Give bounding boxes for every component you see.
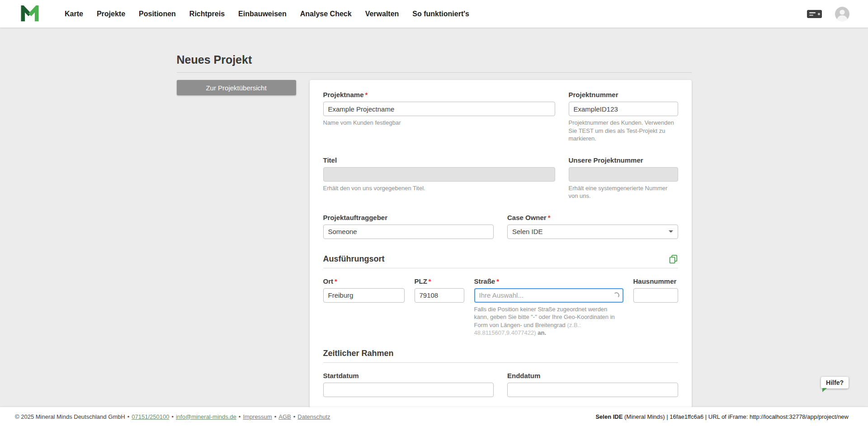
field-case-owner: Case Owner* Selen IDE bbox=[507, 214, 678, 239]
required-marker: * bbox=[429, 277, 431, 285]
section-zeitlicher-rahmen-header: Zeitlicher Rahmen bbox=[323, 349, 678, 358]
projektname-label: Projektname* bbox=[323, 91, 555, 98]
chevron-down-icon bbox=[669, 230, 673, 233]
navbar: Karte Projekte Positionen Richtpreis Ein… bbox=[0, 0, 868, 28]
phone-link[interactable]: 07151/250100 bbox=[132, 413, 169, 420]
case-owner-select[interactable]: Selen IDE bbox=[507, 225, 678, 239]
label-text: PLZ bbox=[415, 277, 427, 285]
nav-item-projekte[interactable]: Projekte bbox=[97, 10, 125, 18]
enddatum-input[interactable] bbox=[507, 383, 678, 397]
agb-link[interactable]: AGB bbox=[278, 413, 291, 420]
hausnummer-input[interactable] bbox=[633, 288, 678, 303]
titel-helper: Erhält den von uns vorgegebenen Titel. bbox=[323, 184, 555, 192]
navbar-right bbox=[807, 6, 850, 22]
case-owner-value: Selen IDE bbox=[512, 228, 543, 235]
nav-item-so-funktionierts[interactable]: So funktioniert's bbox=[412, 10, 469, 18]
unsere-projektnummer-helper: Erhält eine systemgenerierte Nummer von … bbox=[569, 184, 678, 200]
projektname-input[interactable] bbox=[323, 102, 555, 116]
label-text: Projektauftraggeber bbox=[323, 214, 388, 221]
startdatum-input[interactable] bbox=[323, 383, 494, 397]
nav-item-karte[interactable]: Karte bbox=[65, 10, 83, 18]
email-link[interactable]: info@mineral-minds.de bbox=[176, 413, 236, 420]
session-details: (Mineral Minds) | 16fae1ffc6a6 | URL of … bbox=[623, 413, 849, 420]
enddatum-label: Enddatum bbox=[507, 372, 678, 379]
label-text: Straße bbox=[474, 277, 495, 285]
datenschutz-link[interactable]: Datenschutz bbox=[297, 413, 330, 420]
unsere-projektnummer-label: Unsere Projektnummer bbox=[569, 156, 678, 164]
label-text: Projektname bbox=[323, 91, 364, 98]
session-user: Selen IDE bbox=[595, 413, 623, 420]
field-enddatum: Enddatum bbox=[507, 372, 678, 397]
field-titel: Titel Erhält den von uns vorgegebenen Ti… bbox=[323, 156, 555, 200]
field-strasse: Straße* Falls die Position keiner Straße… bbox=[474, 277, 623, 337]
strasse-label: Straße* bbox=[474, 277, 623, 285]
project-overview-button[interactable]: Zur Projektübersicht bbox=[177, 80, 296, 95]
label-text: Case Owner bbox=[507, 214, 547, 221]
divider bbox=[323, 362, 678, 363]
required-marker: * bbox=[496, 277, 499, 285]
logo[interactable] bbox=[20, 5, 39, 23]
projektauftraggeber-label: Projektauftraggeber bbox=[323, 214, 494, 221]
hausnummer-label: Hausnummer bbox=[633, 277, 678, 285]
label-text: Ort bbox=[323, 277, 334, 285]
projektauftraggeber-input[interactable] bbox=[323, 225, 494, 239]
nav-item-richtpreis[interactable]: Richtpreis bbox=[189, 10, 225, 18]
separator: • bbox=[274, 413, 277, 420]
required-marker: * bbox=[335, 277, 337, 285]
strasse-input[interactable] bbox=[474, 288, 623, 303]
label-text: Hausnummer bbox=[633, 277, 677, 285]
footer-left: © 2025 Mineral Minds Deutschland GmbH • … bbox=[15, 413, 330, 420]
content: Neues Projekt Zur Projektübersicht Proje… bbox=[177, 28, 692, 426]
strasse-helper: Falls die Position keiner Straße zugeord… bbox=[474, 305, 623, 337]
nav-item-verwalten[interactable]: Verwalten bbox=[365, 10, 399, 18]
field-projektnummer: Projektnummer Projektnummer des Kunden. … bbox=[569, 91, 678, 143]
impressum-link[interactable]: Impressum bbox=[243, 413, 272, 420]
case-owner-label: Case Owner* bbox=[507, 214, 678, 221]
nav-item-einbauweisen[interactable]: Einbauweisen bbox=[238, 10, 287, 18]
nav-item-positionen[interactable]: Positionen bbox=[139, 10, 176, 18]
session-info: Selen IDE (Mineral Minds) | 16fae1ffc6a6… bbox=[595, 413, 849, 420]
nav-item-analyse-check[interactable]: Analyse Check bbox=[300, 10, 352, 18]
plz-label: PLZ* bbox=[415, 277, 464, 285]
strasse-helper-main: Falls die Position keiner Straße zugeord… bbox=[474, 306, 615, 328]
left-column: Zur Projektübersicht bbox=[177, 80, 296, 95]
unsere-projektnummer-input bbox=[569, 167, 678, 182]
separator: • bbox=[293, 413, 296, 420]
field-startdatum: Startdatum bbox=[323, 372, 494, 397]
label-text: Enddatum bbox=[507, 372, 540, 379]
section-ausfuehrungsort-header: Ausführungsort bbox=[323, 254, 678, 264]
strasse-helper-end: an. bbox=[536, 329, 546, 336]
projektnummer-label: Projektnummer bbox=[569, 91, 678, 98]
page-title: Neues Projekt bbox=[177, 53, 692, 66]
required-marker: * bbox=[365, 91, 368, 98]
field-plz: PLZ* bbox=[415, 277, 464, 337]
separator: • bbox=[239, 413, 241, 420]
section-title-ausfuehrungsort: Ausführungsort bbox=[323, 254, 385, 264]
label-text: Projektnummer bbox=[569, 91, 618, 98]
field-hausnummer: Hausnummer bbox=[633, 277, 678, 337]
field-unsere-projektnummer: Unsere Projektnummer Erhält eine systemg… bbox=[569, 156, 678, 200]
plz-input[interactable] bbox=[415, 288, 464, 303]
copyright-text: © 2025 Mineral Minds Deutschland GmbH bbox=[15, 413, 125, 420]
ort-label: Ort* bbox=[323, 277, 405, 285]
mineral-minds-logo-icon bbox=[20, 5, 39, 23]
copy-icon[interactable] bbox=[669, 254, 678, 264]
label-text: Unsere Projektnummer bbox=[569, 156, 643, 164]
required-marker: * bbox=[548, 214, 551, 221]
help-button[interactable]: Hilfe? bbox=[821, 377, 849, 389]
server-icon[interactable] bbox=[807, 9, 823, 19]
divider bbox=[323, 268, 678, 268]
titel-input bbox=[323, 167, 555, 182]
field-projektname: Projektname* Name vom Kunden festlegbar bbox=[323, 91, 555, 143]
avatar[interactable] bbox=[835, 6, 850, 22]
divider bbox=[177, 72, 692, 73]
projektname-helper: Name vom Kunden festlegbar bbox=[323, 119, 555, 127]
label-text: Startdatum bbox=[323, 372, 359, 379]
projektnummer-input[interactable] bbox=[569, 102, 678, 116]
project-form-card: Projektname* Name vom Kunden festlegbar … bbox=[310, 80, 692, 412]
titel-label: Titel bbox=[323, 156, 555, 164]
section-title-zeitlicher-rahmen: Zeitlicher Rahmen bbox=[323, 349, 394, 358]
strasse-input-wrap bbox=[474, 288, 623, 303]
ort-input[interactable] bbox=[323, 288, 405, 303]
loading-spinner-icon bbox=[613, 292, 619, 298]
